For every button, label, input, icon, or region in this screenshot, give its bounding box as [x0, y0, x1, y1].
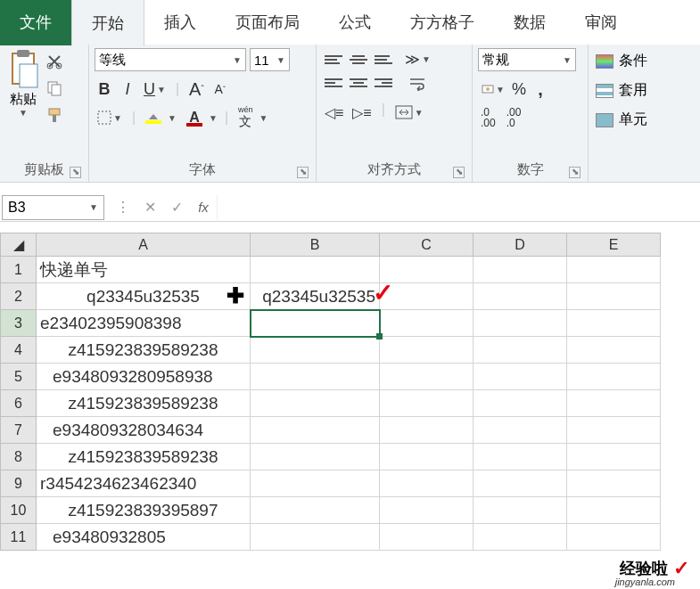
cell-styles-button[interactable]: 单元: [594, 107, 659, 133]
currency-button[interactable]: ▼: [478, 78, 507, 100]
increase-indent-button[interactable]: ▷≡: [350, 102, 374, 123]
row-header-4[interactable]: 4: [1, 337, 37, 364]
cell-C6[interactable]: [380, 390, 474, 417]
col-header-B[interactable]: B: [251, 233, 380, 257]
select-all-corner[interactable]: ◢: [1, 233, 37, 257]
fill-handle[interactable]: [376, 333, 383, 339]
cell-E8[interactable]: [567, 444, 661, 470]
align-top[interactable]: [322, 49, 345, 70]
tab-data[interactable]: 数据: [494, 0, 565, 45]
orientation-button[interactable]: ≫▼: [402, 48, 433, 70]
align-left[interactable]: [322, 72, 345, 94]
align-bottom[interactable]: [372, 49, 395, 70]
cell-D3[interactable]: [474, 310, 567, 337]
font-color-button[interactable]: A: [184, 107, 205, 128]
paste-icon[interactable]: [5, 48, 41, 91]
cell-D2[interactable]: [474, 283, 567, 310]
cell-B8[interactable]: [251, 444, 380, 470]
cell-D8[interactable]: [474, 444, 567, 470]
wrap-text-button[interactable]: [402, 73, 433, 94]
clipboard-dialog-launcher[interactable]: ⬊: [70, 167, 81, 178]
cell-B7[interactable]: [251, 417, 380, 444]
cell-E9[interactable]: [567, 470, 661, 497]
cell-E7[interactable]: [567, 417, 661, 444]
name-box[interactable]: B3▼: [2, 195, 104, 220]
cell-D1[interactable]: [474, 257, 567, 283]
cell-C3[interactable]: [380, 310, 474, 337]
cell-D7[interactable]: [474, 417, 567, 444]
cell-E4[interactable]: [567, 337, 661, 364]
underline-button[interactable]: U▼: [141, 78, 169, 100]
fill-color-button[interactable]: [143, 107, 164, 128]
cell-D10[interactable]: [474, 497, 567, 524]
cell-A10[interactable]: z415923839395897: [37, 497, 251, 524]
bold-button[interactable]: B: [95, 78, 114, 100]
row-header-8[interactable]: 8: [1, 444, 37, 470]
row-header-6[interactable]: 6: [1, 390, 37, 417]
font-name-select[interactable]: 等线▼: [95, 48, 246, 71]
paste-dropdown[interactable]: ▼: [19, 108, 28, 118]
cell-D9[interactable]: [474, 470, 567, 497]
row-header-11[interactable]: 11: [1, 524, 37, 551]
cell-B4[interactable]: [251, 337, 380, 364]
font-size-select[interactable]: 11▼: [250, 48, 290, 71]
cell-B9[interactable]: [251, 470, 380, 497]
cell-A4[interactable]: z415923839589238: [37, 337, 251, 364]
cell-E1[interactable]: [567, 257, 661, 283]
number-format-select[interactable]: 常规▼: [478, 48, 576, 71]
col-header-C[interactable]: C: [380, 233, 474, 257]
cell-A11[interactable]: e93480932805: [37, 524, 251, 551]
col-header-D[interactable]: D: [474, 233, 567, 257]
cell-A5[interactable]: e9348093280958938: [37, 364, 251, 390]
cell-A9[interactable]: r3454234623462340: [37, 470, 251, 497]
cell-B11[interactable]: [251, 524, 380, 551]
cell-D6[interactable]: [474, 390, 567, 417]
cell-C7[interactable]: [380, 417, 474, 444]
cell-D5[interactable]: [474, 364, 567, 390]
cell-E11[interactable]: [567, 524, 661, 551]
row-header-5[interactable]: 5: [1, 364, 37, 390]
cell-A1[interactable]: 快递单号: [37, 257, 251, 283]
paste-label[interactable]: 粘贴: [10, 91, 37, 108]
formula-bar-input[interactable]: [217, 195, 700, 220]
cell-B10[interactable]: [251, 497, 380, 524]
border-button[interactable]: ▼: [95, 107, 125, 128]
cancel-formula-button[interactable]: ✕: [136, 199, 163, 216]
cell-B2[interactable]: q23345u32535: [251, 283, 380, 310]
cell-C9[interactable]: [380, 470, 474, 497]
font-dialog-launcher[interactable]: ⬊: [297, 167, 309, 178]
align-right[interactable]: [372, 72, 395, 94]
pinyin-dropdown[interactable]: ▼: [259, 113, 268, 123]
align-center[interactable]: [347, 72, 370, 94]
tab-review[interactable]: 审阅: [565, 0, 637, 45]
alignment-dialog-launcher[interactable]: ⬊: [453, 167, 465, 178]
cell-A8[interactable]: z415923839589238: [37, 444, 251, 470]
tab-page-layout[interactable]: 页面布局: [216, 0, 319, 45]
cell-E2[interactable]: [567, 283, 661, 310]
col-header-E[interactable]: E: [567, 233, 661, 257]
tab-file[interactable]: 文件: [0, 0, 71, 45]
cell-B1[interactable]: [251, 257, 380, 283]
cell-A3[interactable]: e23402395908398: [37, 310, 251, 337]
row-header-7[interactable]: 7: [1, 417, 37, 444]
tab-formula[interactable]: 公式: [319, 0, 391, 45]
cell-B5[interactable]: [251, 364, 380, 390]
align-middle[interactable]: [347, 49, 370, 70]
merge-button[interactable]: ▼: [392, 102, 426, 123]
cell-C10[interactable]: [380, 497, 474, 524]
row-header-2[interactable]: 2: [1, 283, 37, 310]
format-painter-icon[interactable]: [45, 105, 64, 125]
row-header-1[interactable]: 1: [1, 257, 37, 283]
cell-C2[interactable]: ✓: [380, 283, 474, 310]
row-header-9[interactable]: 9: [1, 470, 37, 497]
cell-E6[interactable]: [567, 390, 661, 417]
comma-button[interactable]: ,: [531, 78, 550, 100]
cell-B6[interactable]: [251, 390, 380, 417]
cell-C11[interactable]: [380, 524, 474, 551]
increase-font-button[interactable]: Aˆ: [186, 78, 207, 100]
font-color-dropdown[interactable]: ▼: [209, 113, 218, 123]
col-header-A[interactable]: A: [37, 233, 251, 257]
cell-E3[interactable]: [567, 310, 661, 337]
percent-button[interactable]: %: [509, 78, 529, 100]
cell-C8[interactable]: [380, 444, 474, 470]
